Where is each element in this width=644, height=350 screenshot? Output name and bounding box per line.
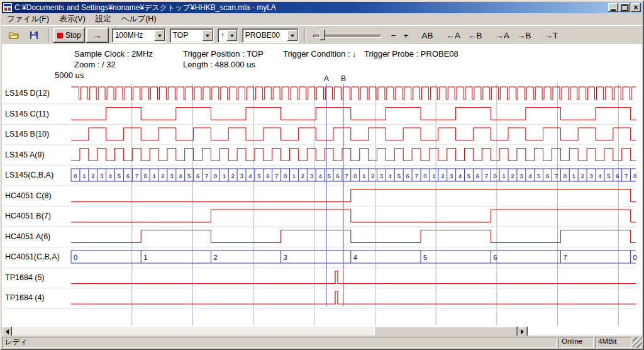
bus-value: 2: [231, 172, 235, 179]
trigger-edge-value: ↑: [218, 31, 227, 40]
bus-value: 0: [353, 172, 357, 179]
cursor-b-label: B: [341, 74, 346, 83]
bus-value: 7: [135, 172, 138, 179]
menu-item-3[interactable]: ヘルプ(H): [116, 13, 162, 26]
bus-value: 3: [450, 172, 453, 179]
menu-item-0[interactable]: ファイル(F): [2, 13, 54, 26]
open-button[interactable]: [4, 28, 23, 43]
close-button[interactable]: ×: [631, 3, 641, 12]
bus-value: 7: [563, 254, 567, 261]
bus-value: 2: [301, 172, 304, 179]
toolbar-separator: [304, 28, 306, 42]
close-icon: ×: [633, 4, 638, 11]
menu-item-1[interactable]: 表示(V): [54, 13, 91, 26]
bus-value: 5: [537, 172, 540, 179]
wave-hc4051-b-7: [71, 210, 636, 222]
zoom-slider-thumb[interactable]: [319, 30, 325, 40]
bus-value: 3: [519, 172, 523, 179]
save-button[interactable]: [25, 28, 43, 43]
right-arrow-icon: [521, 329, 526, 334]
bus-value: 5: [467, 172, 470, 179]
nav-button-→T[interactable]: →T: [541, 28, 562, 42]
trigger-probe-value: PROBE00: [243, 31, 287, 40]
chevron-down-icon[interactable]: [287, 30, 297, 41]
bus-value: 7: [625, 172, 628, 179]
bus-value: 0: [74, 172, 77, 179]
sample-clock-select[interactable]: 100MHz: [112, 28, 166, 43]
chevron-down-icon[interactable]: [155, 30, 165, 41]
nav-button-→A[interactable]: →A: [492, 28, 514, 42]
minimize-button[interactable]: [608, 3, 618, 12]
bus-value: 6: [493, 254, 497, 261]
channel-label-hc4051-b-7: HC4051 B(7): [5, 212, 51, 220]
channel-label-hc4051-c-b-a: HC4051(C,B,A): [5, 252, 60, 261]
nav-button-AB[interactable]: AB: [418, 28, 436, 42]
bus-value: 1: [362, 172, 365, 179]
bus-value: 6: [476, 172, 479, 179]
bus-value: 4: [528, 172, 531, 179]
bus-value: 6: [126, 172, 130, 179]
bus-value: 6: [546, 172, 549, 179]
trigger-probe-select[interactable]: PROBE00: [242, 28, 299, 43]
maximize-button[interactable]: [619, 3, 630, 12]
bus-value: 0: [423, 172, 426, 179]
bus-value: 2: [371, 172, 374, 179]
bus-value: 3: [380, 172, 383, 179]
bus-value: 2: [511, 172, 514, 179]
channel-label-hc4051-c-8: HC4051 C(8): [5, 191, 52, 200]
status-ready: レディ: [2, 337, 557, 348]
bus-value: 6: [196, 172, 199, 179]
chevron-down-icon[interactable]: [203, 30, 213, 41]
bus-value: 3: [240, 172, 243, 179]
statusbar: レディ Online 4MBit: [2, 336, 642, 348]
bus-value: 3: [284, 254, 287, 261]
bus-value: 4: [318, 172, 321, 179]
bus-value: 6: [336, 172, 339, 179]
waveform-display[interactable]: LS145 D(12)LS145 C(11)LS145 B(10)LS145 A…: [2, 44, 642, 327]
wave-tp1684-4: [71, 291, 636, 304]
bus-value: 2: [91, 172, 94, 179]
channel-label-tp1684-4: TP1684 (4): [5, 293, 45, 302]
stop-button[interactable]: Stop: [53, 28, 85, 43]
window-title: C:¥Documents and Settings¥noname¥デスクトップ¥…: [12, 3, 607, 13]
nav-button-←A[interactable]: ←A: [442, 28, 464, 42]
channel-label-ls145-a-9: LS145 A(9): [5, 150, 45, 159]
bus-value: 4: [458, 172, 462, 179]
channel-label-ls145-c-11: LS145 C(11): [5, 110, 49, 118]
nav-button-→B[interactable]: →B: [513, 28, 535, 42]
resize-grip[interactable]: [633, 337, 642, 348]
channel-label-tp1684-5: TP1684 (5): [5, 273, 45, 282]
bus-value: 7: [345, 172, 348, 179]
bus-value: 7: [485, 172, 488, 179]
bus-value: 1: [572, 172, 575, 179]
nav-button-−[interactable]: −: [387, 28, 400, 42]
bus-value: 0: [564, 172, 567, 179]
channel-label-ls145-b-10: LS145 B(10): [5, 130, 49, 138]
trigger-edge-select[interactable]: ↑: [218, 28, 238, 43]
nav-button-+[interactable]: +: [400, 28, 413, 42]
chevron-down-icon[interactable]: [227, 30, 237, 41]
run-button[interactable]: →: [86, 28, 109, 43]
trigger-position-select[interactable]: TOP: [170, 28, 214, 43]
bus-value: 4: [598, 172, 601, 179]
bus-value: 4: [109, 172, 112, 179]
minimize-icon: [611, 9, 616, 11]
bus-value: 6: [616, 172, 619, 179]
bus-value: 3: [310, 172, 313, 179]
menubar: ファイル(F)表示(V)設定ヘルプ(H): [2, 13, 642, 26]
status-online: Online: [558, 337, 594, 348]
app-icon: [3, 3, 12, 12]
left-arrow-icon: [3, 329, 9, 334]
titlebar: C:¥Documents and Settings¥noname¥デスクトップ¥…: [2, 2, 642, 13]
bus-value: 0: [633, 254, 637, 261]
status-memory: 4MBit: [595, 337, 631, 348]
nav-button-←B[interactable]: ←B: [464, 28, 486, 42]
channel-label-ls145-d-12: LS145 D(12): [5, 89, 50, 98]
bus-value: 0: [633, 172, 636, 179]
bus-value: 4: [353, 254, 357, 261]
maximize-icon: [621, 4, 628, 11]
menu-item-2[interactable]: 設定: [91, 13, 116, 26]
wave-ls145-a-9: [71, 149, 636, 161]
zoom-slider[interactable]: [313, 28, 381, 42]
stop-label: Stop: [65, 31, 81, 40]
